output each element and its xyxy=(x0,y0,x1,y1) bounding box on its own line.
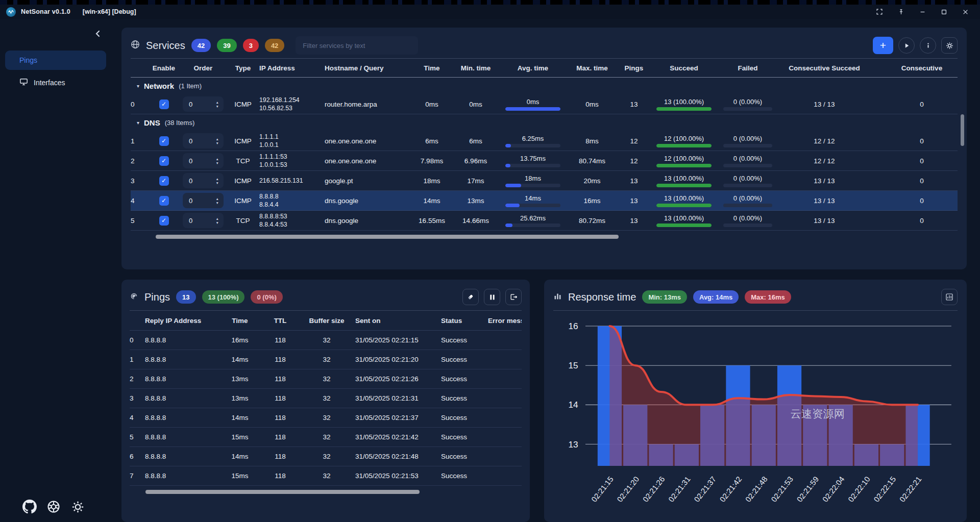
enable-checkbox[interactable]: ✓ xyxy=(159,136,169,146)
column-header[interactable]: Hostname / Query xyxy=(325,64,384,72)
order-value: 0 xyxy=(189,137,192,145)
info-button[interactable] xyxy=(920,37,936,54)
spinner-down-icon[interactable]: ▼ xyxy=(216,105,219,108)
sidebar-item-pings[interactable]: Pings xyxy=(5,51,106,70)
order-spinner[interactable]: 0▲▼ xyxy=(183,173,224,188)
column-header[interactable]: Buffer size xyxy=(309,317,344,325)
column-header[interactable]: IP Address xyxy=(259,64,295,72)
maximize-button[interactable] xyxy=(935,6,952,17)
enable-checkbox[interactable]: ✓ xyxy=(159,176,169,186)
enable-checkbox[interactable]: ✓ xyxy=(159,196,169,206)
service-row[interactable]: 1✓0▲▼ICMP1.1.1.11.0.0.1one.one.one.one6m… xyxy=(131,131,958,151)
column-header[interactable]: Pings xyxy=(625,64,644,72)
service-group-row[interactable]: ▾Network(1 Item) xyxy=(131,78,958,94)
spinner-up-icon[interactable]: ▲ xyxy=(216,137,219,141)
ping-row[interactable]: 68.8.8.814ms1183231/05/2025 02:21:48Succ… xyxy=(130,447,522,466)
column-header[interactable]: Enable xyxy=(153,64,175,72)
order-spinner[interactable]: 0▲▼ xyxy=(183,133,224,148)
spinner-down-icon[interactable]: ▼ xyxy=(216,201,219,205)
service-group-row[interactable]: ▾DNS(38 Items) xyxy=(131,114,958,131)
spinner-arrows-icon[interactable]: ▲▼ xyxy=(216,157,219,165)
services-horizontal-scrollbar[interactable] xyxy=(131,235,958,239)
order-spinner[interactable]: 0▲▼ xyxy=(183,193,224,208)
service-row[interactable]: 3✓0▲▼ICMP216.58.215.131google.pt18ms17ms… xyxy=(131,171,958,191)
ping-row[interactable]: 18.8.8.814ms1183231/05/2025 02:21:20Succ… xyxy=(130,350,522,369)
settings-gear-icon[interactable] xyxy=(69,499,86,515)
ping-row[interactable]: 28.8.8.813ms1183231/05/2025 02:21:26Succ… xyxy=(130,369,522,389)
enable-checkbox[interactable]: ✓ xyxy=(159,156,169,166)
collapse-caret-icon[interactable]: ▾ xyxy=(137,120,139,126)
fullscreen-icon[interactable] xyxy=(871,6,888,17)
column-header[interactable]: Consecutive Succeed xyxy=(789,64,860,72)
sidebar-item-interfaces[interactable]: Interfaces xyxy=(5,73,106,92)
github-icon[interactable] xyxy=(21,499,38,515)
spinner-down-icon[interactable]: ▼ xyxy=(216,181,219,185)
spinner-arrows-icon[interactable]: ▲▼ xyxy=(216,197,219,205)
order-spinner[interactable]: 0▲▼ xyxy=(183,96,224,112)
pin-icon[interactable] xyxy=(892,6,910,17)
column-header[interactable]: Order xyxy=(194,64,213,72)
add-service-button[interactable]: + xyxy=(873,37,893,54)
ping-row[interactable]: 78.8.8.815ms1183231/05/2025 02:21:53Succ… xyxy=(130,466,522,486)
column-header[interactable]: Consecutive xyxy=(901,64,942,72)
scrollbar-thumb[interactable] xyxy=(145,490,420,494)
export-button[interactable] xyxy=(505,289,522,305)
column-header[interactable]: Max. time xyxy=(576,64,608,72)
enable-checkbox[interactable]: ✓ xyxy=(159,216,169,226)
column-header[interactable]: Error message xyxy=(488,317,522,325)
services-settings-button[interactable] xyxy=(941,37,958,54)
spinner-up-icon[interactable]: ▲ xyxy=(216,101,219,104)
spinner-up-icon[interactable]: ▲ xyxy=(216,157,219,161)
hostname-cell: google.pt xyxy=(325,177,353,185)
pings-horizontal-scrollbar[interactable] xyxy=(130,490,522,494)
service-row[interactable]: 4✓0▲▼ICMP8.8.8.88.8.4.4dns.google14ms13m… xyxy=(131,191,958,211)
spinner-down-icon[interactable]: ▼ xyxy=(216,161,219,165)
spinner-up-icon[interactable]: ▲ xyxy=(216,197,219,201)
filter-services-input[interactable] xyxy=(296,36,418,55)
column-header[interactable]: Type xyxy=(235,64,251,72)
spinner-down-icon[interactable]: ▼ xyxy=(216,141,219,145)
service-row[interactable]: 2✓0▲▼TCP1.1.1.1:531.0.0.1:53one.one.one.… xyxy=(131,151,958,171)
column-header[interactable]: Reply IP Address xyxy=(145,317,201,325)
spinner-arrows-icon[interactable]: ▲▼ xyxy=(216,137,219,145)
column-header[interactable]: Avg. time xyxy=(518,64,548,72)
succeed-cell-fill xyxy=(656,223,712,227)
close-button[interactable] xyxy=(957,6,974,17)
column-header[interactable]: TTL xyxy=(274,317,287,325)
ping-row[interactable]: 48.8.8.814ms1183231/05/2025 02:21:37Succ… xyxy=(130,408,522,428)
column-header[interactable]: Failed xyxy=(738,64,757,72)
chart-options-button[interactable] xyxy=(941,289,958,305)
spinner-arrows-icon[interactable]: ▲▼ xyxy=(216,101,219,108)
spinner-down-icon[interactable]: ▼ xyxy=(216,221,219,225)
ping-row[interactable]: 38.8.8.813ms1183231/05/2025 02:21:31Succ… xyxy=(130,389,522,408)
service-row[interactable]: 5✓0▲▼TCP8.8.8.8:538.8.4.4:53dns.google16… xyxy=(131,211,958,231)
ping-row[interactable]: 08.8.8.816ms1183231/05/2025 02:21:15Succ… xyxy=(130,331,522,350)
order-spinner[interactable]: 0▲▼ xyxy=(183,153,224,168)
scrollbar-thumb[interactable] xyxy=(156,235,619,239)
clear-pings-button[interactable] xyxy=(462,289,479,305)
minimize-button[interactable] xyxy=(914,6,931,17)
column-header[interactable]: Time xyxy=(424,64,439,72)
order-value: 0 xyxy=(189,197,192,205)
services-vertical-scrollbar[interactable] xyxy=(961,114,964,146)
spinner-up-icon[interactable]: ▲ xyxy=(216,177,219,181)
ping-row[interactable]: 58.8.8.815ms1183231/05/2025 02:21:42Succ… xyxy=(130,428,522,447)
column-header[interactable]: Sent on xyxy=(355,317,381,325)
order-spinner[interactable]: 0▲▼ xyxy=(183,213,224,228)
service-row[interactable]: 0✓0▲▼ICMP192.168.1.25410.56.82.53router.… xyxy=(131,94,958,114)
column-header[interactable]: Succeed xyxy=(670,64,698,72)
column-header[interactable]: Status xyxy=(441,317,462,325)
spinner-arrows-icon[interactable]: ▲▼ xyxy=(216,217,219,225)
pause-button[interactable] xyxy=(484,289,500,305)
community-wheel-icon[interactable] xyxy=(45,499,62,515)
sidebar-collapse-button[interactable] xyxy=(93,29,102,38)
pings-count-cell: 13 xyxy=(630,197,638,205)
column-header[interactable]: Time xyxy=(232,317,248,325)
spinner-arrows-icon[interactable]: ▲▼ xyxy=(216,177,219,185)
enable-checkbox[interactable]: ✓ xyxy=(159,100,169,109)
collapse-caret-icon[interactable]: ▾ xyxy=(137,83,139,89)
column-header[interactable]: Min. time xyxy=(461,64,491,72)
run-all-button[interactable] xyxy=(898,37,915,54)
x-tick-label: 02:22:04 xyxy=(821,475,846,503)
spinner-up-icon[interactable]: ▲ xyxy=(216,217,219,220)
